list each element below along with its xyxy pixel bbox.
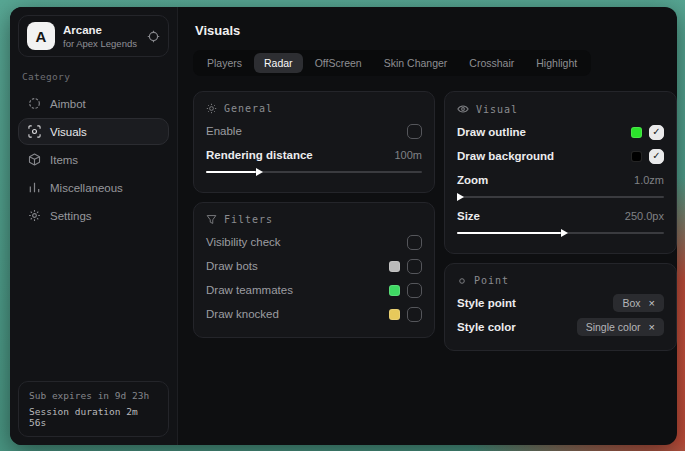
setting-value: 100m [394, 149, 422, 161]
sub-expiry-text: Sub expires in 9d 23h [29, 390, 158, 401]
check-icon: ✓ [652, 151, 660, 161]
settings-grid: General Enable ✓ Rendering distance 100m [193, 91, 677, 351]
session-info-card: Sub expires in 9d 23h Session duration 2… [18, 381, 169, 437]
slider-fill [206, 171, 256, 173]
setting-row-zoom: Zoom 1.0zm [457, 169, 664, 191]
zoom-slider[interactable] [457, 193, 664, 201]
setting-row-draw-bots: Draw bots ✓ [206, 255, 422, 277]
chip-remove-icon[interactable]: × [649, 298, 655, 309]
setting-row-draw-outline: Draw outline ✓ [457, 121, 664, 143]
color-swatch[interactable] [631, 127, 642, 138]
setting-row-style-point: Style point Box × [457, 292, 664, 314]
color-swatch[interactable] [389, 285, 400, 296]
sidebar-item-visuals[interactable]: Visuals [18, 118, 169, 145]
tab-skin-changer[interactable]: Skin Changer [374, 53, 458, 73]
rendering-distance-slider[interactable] [206, 168, 422, 176]
draw-outline-checkbox[interactable]: ✓ [649, 125, 664, 140]
setting-label: Draw outline [457, 126, 526, 138]
filters-card-header: Filters [206, 214, 422, 225]
main-content: Visuals Players Radar OffScreen Skin Cha… [178, 7, 677, 445]
left-column: General Enable ✓ Rendering distance 100m [193, 91, 435, 338]
draw-teammates-checkbox[interactable]: ✓ [407, 283, 422, 298]
crosshair-icon [28, 97, 41, 110]
setting-row-style-color: Style color Single color × [457, 316, 664, 338]
setting-label: Size [457, 210, 480, 222]
draw-bots-checkbox[interactable]: ✓ [407, 259, 422, 274]
setting-label: Style point [457, 297, 516, 309]
sidebar-item-label: Miscellaneous [50, 182, 123, 194]
filters-card: Filters Visibility check ✓ Draw bots [193, 202, 435, 338]
setting-value: 250.0px [625, 210, 664, 222]
funnel-icon [206, 214, 217, 225]
setting-label: Visibility check [206, 236, 281, 248]
sidebar-item-label: Aimbot [50, 98, 86, 110]
slider-fill [457, 232, 561, 234]
sidebar-item-label: Visuals [50, 126, 87, 138]
color-swatch[interactable] [389, 261, 400, 272]
slider-track [457, 196, 664, 198]
tab-offscreen[interactable]: OffScreen [305, 53, 372, 73]
sidebar-item-miscellaneous[interactable]: Miscellaneous [18, 174, 169, 201]
chip-remove-icon[interactable]: × [649, 322, 655, 333]
tab-players[interactable]: Players [197, 53, 252, 73]
dot-icon [457, 276, 467, 286]
app-name-block: Arcane for Apex Legends [63, 24, 139, 49]
tab-radar[interactable]: Radar [254, 53, 303, 73]
category-label: Category [22, 71, 165, 82]
chip-label: Single color [586, 321, 641, 333]
setting-label: Zoom [457, 174, 488, 186]
page-title: Visuals [195, 23, 677, 38]
cube-icon [28, 153, 41, 166]
setting-label: Draw teammates [206, 284, 293, 296]
desktop-background: A Arcane for Apex Legends Category [0, 0, 685, 451]
setting-label: Enable [206, 125, 242, 137]
sidebar: A Arcane for Apex Legends Category [10, 7, 178, 445]
setting-label: Draw background [457, 150, 554, 162]
setting-label: Style color [457, 321, 516, 333]
setting-label: Rendering distance [206, 149, 313, 161]
setting-label: Draw bots [206, 260, 258, 272]
setting-row-visibility-check: Visibility check ✓ [206, 231, 422, 253]
style-point-chip[interactable]: Box × [613, 294, 664, 312]
app-window: A Arcane for Apex Legends Category [10, 7, 677, 445]
check-icon: ✓ [652, 127, 660, 137]
draw-knocked-checkbox[interactable]: ✓ [407, 307, 422, 322]
section-title: Filters [224, 214, 273, 225]
section-title: Point [474, 275, 509, 286]
sidebar-item-label: Settings [50, 210, 92, 222]
tab-crosshair[interactable]: Crosshair [459, 53, 524, 73]
grid-icon [28, 181, 41, 194]
eye-icon [457, 103, 469, 115]
color-swatch[interactable] [631, 151, 642, 162]
point-card: Point Style point Box × Style color [444, 263, 677, 351]
gear-icon [28, 209, 41, 222]
general-card-header: General [206, 103, 422, 114]
tab-highlight[interactable]: Highlight [526, 53, 587, 73]
draw-background-checkbox[interactable]: ✓ [649, 149, 664, 164]
eye-scan-icon [28, 125, 41, 138]
general-card: General Enable ✓ Rendering distance 100m [193, 91, 435, 193]
sidebar-item-aimbot[interactable]: Aimbot [18, 90, 169, 117]
sidebar-item-settings[interactable]: Settings [18, 202, 169, 229]
session-duration-text: Session duration 2m 56s [29, 406, 158, 428]
setting-row-draw-background: Draw background ✓ [457, 145, 664, 167]
section-title: Visual [476, 104, 518, 115]
target-icon[interactable] [147, 30, 160, 43]
chip-label: Box [622, 297, 640, 309]
style-color-chip[interactable]: Single color × [577, 318, 664, 336]
tab-bar: Players Radar OffScreen Skin Changer Cro… [193, 50, 591, 76]
setting-row-draw-knocked: Draw knocked ✓ [206, 303, 422, 325]
color-swatch[interactable] [389, 309, 400, 320]
sidebar-item-items[interactable]: Items [18, 146, 169, 173]
enable-checkbox[interactable]: ✓ [407, 124, 422, 139]
setting-row-size: Size 250.0px [457, 205, 664, 227]
app-name: Arcane [63, 24, 139, 36]
setting-label: Draw knocked [206, 308, 279, 320]
setting-value: 1.0zm [634, 174, 664, 186]
size-slider[interactable] [457, 229, 664, 237]
point-card-header: Point [457, 275, 664, 286]
section-title: General [224, 103, 273, 114]
app-header-card: A Arcane for Apex Legends [18, 15, 169, 57]
setting-row-draw-teammates: Draw teammates ✓ [206, 279, 422, 301]
visibility-check-checkbox[interactable]: ✓ [407, 235, 422, 250]
